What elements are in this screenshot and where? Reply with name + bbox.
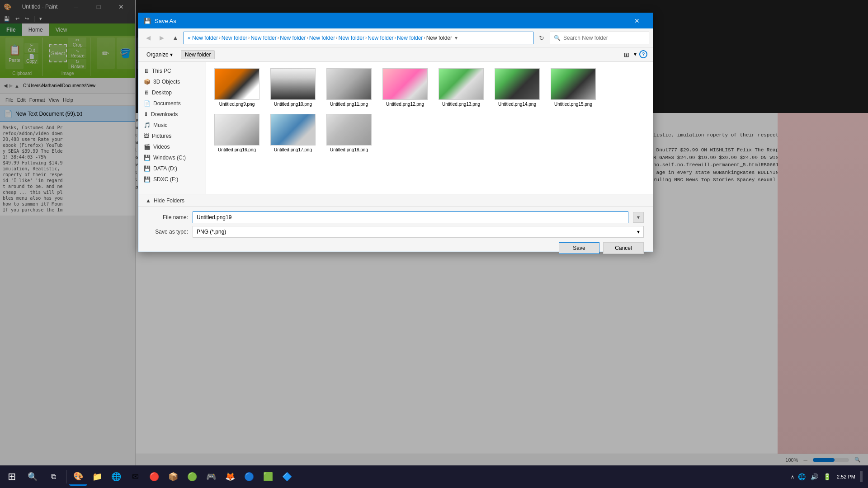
taskbar-firefox[interactable]: 🦊 — [221, 468, 239, 486]
file-thumb-12[interactable]: Untitled.png12.png — [378, 66, 432, 109]
file-name-input[interactable] — [193, 211, 628, 223]
clock-time: 2:52 PM — [837, 474, 855, 480]
start-button[interactable]: ⊞ — [2, 467, 22, 487]
sidebar-desktop[interactable]: 🖥 Desktop — [138, 87, 206, 98]
thumb-preview-18 — [326, 114, 372, 145]
bc-item-1[interactable]: « New folder — [188, 35, 218, 41]
thumb-preview-16 — [214, 114, 259, 145]
bc-item-6[interactable]: New folder — [339, 35, 364, 41]
dialog-back-button[interactable]: ◀ — [142, 32, 155, 44]
view-controls: ⊞ ▾ ? — [622, 50, 647, 59]
videos-icon: 🎬 — [144, 144, 151, 150]
documents-icon: 📄 — [144, 100, 151, 107]
dialog-footer: File name: ▾ Save as type: PNG (*.png) ▾… — [138, 206, 653, 252]
file-name-11: Untitled.png11.png — [330, 102, 368, 107]
file-thumb-18[interactable]: Untitled.png18.png — [322, 111, 376, 155]
file-thumb-14[interactable]: Untitled.png14.png — [490, 66, 544, 109]
dialog-nav-buttons: ◀ ▶ ▲ — [142, 32, 182, 44]
sidebar-this-pc[interactable]: 🖥 This PC — [138, 66, 206, 76]
taskbar-app2[interactable]: 🔵 — [240, 468, 258, 486]
taskbar-edge[interactable]: 🌐 — [107, 468, 125, 486]
bc-item-2[interactable]: New folder — [222, 35, 247, 41]
bc-item-7[interactable]: New folder — [368, 35, 393, 41]
pictures-icon: 🖼 — [144, 133, 149, 139]
save-type-label: Save as type: — [147, 229, 188, 235]
sidebar-pictures[interactable]: 🖼 Pictures — [138, 131, 206, 141]
thumb-preview-11 — [326, 68, 372, 100]
sidebar-documents[interactable]: 📄 Documents — [138, 98, 206, 109]
dialog-forward-button[interactable]: ▶ — [156, 32, 168, 44]
cancel-button[interactable]: Cancel — [603, 242, 644, 254]
tray-network-icon[interactable]: 🌐 — [796, 471, 807, 482]
sdxc-f-icon: 💾 — [144, 176, 151, 183]
taskbar-file-explorer[interactable]: 📁 — [88, 468, 106, 486]
clock[interactable]: 2:52 PM — [834, 472, 858, 482]
tray-battery-icon[interactable]: 🔋 — [821, 471, 832, 482]
dialog-refresh-button[interactable]: ↻ — [535, 32, 548, 44]
file-name-13: Untitled.png13.png — [442, 102, 480, 107]
tray-volume-icon[interactable]: 🔊 — [809, 471, 820, 482]
task-view-button[interactable]: ⧉ — [43, 467, 63, 487]
taskbar-app1[interactable]: 🟢 — [183, 468, 201, 486]
file-thumb-9[interactable]: Untitled.png9.png — [210, 66, 264, 109]
file-name-dropdown-icon[interactable]: ▾ — [633, 212, 644, 223]
file-name-18: Untitled.png18.png — [330, 147, 368, 152]
bc-item-8[interactable]: New folder — [397, 35, 423, 41]
desktop-icon: 🖥 — [144, 89, 149, 96]
save-type-value: PNG (*.png) — [197, 229, 226, 235]
tray-up-arrow[interactable]: ∧ — [791, 474, 794, 480]
taskbar-nvidia[interactable]: 🟩 — [259, 468, 277, 486]
sidebar-downloads[interactable]: ⬇ Downloads — [138, 109, 206, 120]
save-type-dropdown[interactable]: PNG (*.png) ▾ — [193, 226, 644, 238]
taskbar-paint[interactable]: 🎨 — [69, 468, 87, 486]
hide-folders-bar[interactable]: ▲ Hide Folders — [138, 194, 653, 206]
save-button[interactable]: Save — [559, 242, 599, 254]
file-thumb-13[interactable]: Untitled.png13.png — [434, 66, 488, 109]
bc-sep-6: › — [365, 35, 367, 40]
show-desktop-icon[interactable] — [860, 471, 863, 482]
new-folder-button[interactable]: New folder — [181, 50, 215, 59]
taskbar-app3[interactable]: 🔷 — [278, 468, 296, 486]
sidebar-videos[interactable]: 🎬 Videos — [138, 141, 206, 152]
file-thumb-16[interactable]: Untitled.png16.png — [210, 111, 264, 155]
help-icon[interactable]: ? — [639, 50, 647, 58]
file-thumb-10[interactable]: Untitled.png10.png — [266, 66, 320, 109]
taskbar-mail[interactable]: ✉ — [126, 468, 144, 486]
file-thumb-11[interactable]: Untitled.png11.png — [322, 66, 376, 109]
view-icon[interactable]: ⊞ — [622, 50, 631, 59]
breadcrumb-bar: « New folder › New folder › New folder ›… — [184, 32, 533, 44]
file-thumb-15[interactable]: Untitled.png15.png — [546, 66, 600, 109]
search-button[interactable]: 🔍 — [23, 467, 42, 487]
sidebar-music[interactable]: 🎵 Music — [138, 120, 206, 131]
sidebar-sdxc-f[interactable]: 💾 SDXC (F:) — [138, 174, 206, 185]
file-thumb-17[interactable]: Untitled.png17.png — [266, 111, 320, 155]
files-grid: Untitled.png9.png Untitled.png10.png Unt… — [210, 66, 649, 155]
file-name-9: Untitled.png9.png — [219, 102, 255, 107]
sidebar-windows-c[interactable]: 💾 Windows (C:) — [138, 152, 206, 163]
file-name-row: File name: ▾ — [147, 211, 644, 223]
bc-sep-1: › — [219, 35, 220, 40]
bc-item-5[interactable]: New folder — [309, 35, 335, 41]
data-d-icon: 💾 — [144, 165, 151, 172]
thumb-preview-13 — [439, 68, 484, 100]
organize-button[interactable]: Organize ▾ — [144, 51, 175, 59]
dialog-close-button[interactable]: ✕ — [627, 13, 647, 28]
windows-c-icon: 💾 — [144, 155, 151, 161]
view-dropdown-icon[interactable]: ▾ — [633, 50, 637, 59]
search-icon: 🔍 — [554, 35, 561, 41]
search-input[interactable] — [563, 35, 645, 41]
taskbar-right: ∧ 🌐 🔊 🔋 2:52 PM — [791, 471, 866, 482]
bc-item-4[interactable]: New folder — [280, 35, 306, 41]
sidebar-3d-objects[interactable]: 📦 3D Objects — [138, 76, 206, 87]
thumb-preview-15 — [551, 68, 596, 100]
dialog-title-text: Save As — [155, 18, 176, 24]
footer-buttons: Save Cancel — [147, 242, 644, 254]
hide-folders-label: Hide Folders — [154, 197, 184, 204]
dialog-up-button[interactable]: ▲ — [169, 32, 182, 44]
taskbar-mega[interactable]: 🔴 — [145, 468, 163, 486]
sidebar-data-d[interactable]: 💾 DATA (D:) — [138, 163, 206, 174]
bc-dropdown-icon[interactable]: ▾ — [455, 35, 458, 41]
taskbar-steam[interactable]: 🎮 — [202, 468, 220, 486]
bc-item-3[interactable]: New folder — [250, 35, 276, 41]
taskbar-dropbox[interactable]: 📦 — [164, 468, 182, 486]
